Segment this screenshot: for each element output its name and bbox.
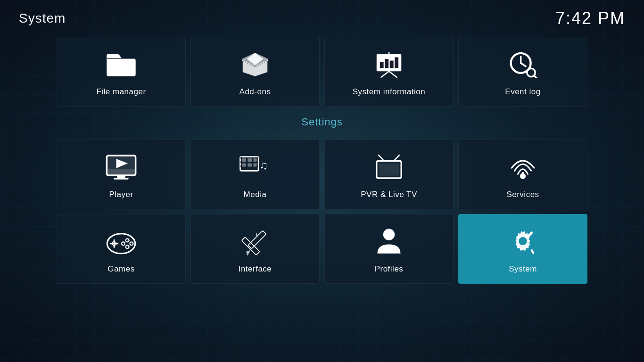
svg-point-54 <box>126 245 129 248</box>
pvr-icon <box>370 150 408 183</box>
svg-marker-47 <box>110 242 113 245</box>
tile-media[interactable]: ♫ Media <box>190 140 320 209</box>
svg-marker-48 <box>116 242 118 245</box>
svg-rect-56 <box>242 237 260 255</box>
tile-services[interactable]: Services <box>458 140 587 209</box>
svg-line-40 <box>379 155 384 161</box>
tile-system-information[interactable]: System information <box>324 37 454 107</box>
tile-pvr-label: PVR & Live TV <box>361 190 417 199</box>
tile-profiles-label: Profiles <box>375 264 404 274</box>
tile-services-label: Services <box>506 190 539 199</box>
svg-line-41 <box>394 155 399 161</box>
tile-media-label: Media <box>244 190 267 199</box>
tile-add-ons[interactable]: Add-ons <box>190 37 320 107</box>
svg-rect-28 <box>254 158 257 162</box>
svg-rect-11 <box>395 58 398 68</box>
svg-line-18 <box>534 75 537 78</box>
tile-games-label: Games <box>107 264 134 274</box>
svg-point-52 <box>126 239 129 242</box>
svg-rect-33 <box>240 161 242 163</box>
games-icon <box>102 225 140 258</box>
settings-row-1: Player <box>57 140 587 209</box>
tile-file-manager[interactable]: File manager <box>57 37 186 107</box>
svg-marker-51 <box>113 245 116 247</box>
tile-event-log[interactable]: Event log <box>458 37 587 107</box>
tile-event-log-label: Event log <box>505 87 540 97</box>
tile-profiles[interactable]: Profiles <box>324 214 454 284</box>
main-content: File manager Add-ons <box>0 37 644 284</box>
svg-rect-21 <box>107 169 135 175</box>
media-icon: ♫ <box>236 150 274 183</box>
svg-rect-31 <box>254 164 257 167</box>
addons-icon <box>236 48 274 81</box>
svg-rect-58 <box>248 230 266 248</box>
svg-rect-9 <box>385 59 388 68</box>
tile-player[interactable]: Player <box>57 140 186 209</box>
player-icon <box>102 150 140 183</box>
settings-section-label: Settings <box>57 116 587 128</box>
tile-system[interactable]: System <box>458 214 587 284</box>
svg-text:♫: ♫ <box>259 159 268 172</box>
sysinfo-icon <box>370 48 408 81</box>
svg-rect-29 <box>242 164 246 167</box>
tile-games[interactable]: Games <box>57 214 186 284</box>
tile-file-manager-label: File manager <box>96 87 146 97</box>
svg-point-60 <box>383 229 395 240</box>
svg-line-6 <box>389 71 397 77</box>
tile-sysinfo-label: System information <box>353 87 426 97</box>
eventlog-icon <box>504 48 542 81</box>
svg-rect-42 <box>379 164 399 176</box>
page-title: System <box>19 11 66 26</box>
svg-point-61 <box>519 237 527 246</box>
svg-rect-26 <box>242 158 246 162</box>
svg-rect-27 <box>248 158 252 162</box>
system-icon <box>504 225 542 258</box>
services-icon <box>504 150 542 183</box>
settings-section: Settings <box>57 116 587 284</box>
svg-point-55 <box>122 242 125 245</box>
tile-interface-label: Interface <box>239 264 272 274</box>
tile-interface[interactable]: Interface <box>190 214 320 284</box>
svg-point-53 <box>130 242 133 245</box>
clock: 7:42 PM <box>555 8 625 28</box>
profiles-icon <box>370 225 408 258</box>
svg-rect-32 <box>240 157 242 159</box>
svg-rect-8 <box>380 62 384 68</box>
svg-line-16 <box>521 63 526 66</box>
svg-line-5 <box>381 71 389 77</box>
svg-rect-10 <box>390 61 394 68</box>
interface-icon <box>236 225 274 258</box>
svg-marker-50 <box>113 240 116 242</box>
tile-system-label: System <box>509 264 537 274</box>
svg-point-44 <box>521 172 524 174</box>
svg-point-12 <box>388 55 391 58</box>
svg-rect-22 <box>117 175 125 178</box>
top-row: File manager Add-ons <box>57 37 587 107</box>
svg-rect-34 <box>240 165 242 167</box>
settings-row-2: Games Interface <box>57 214 587 284</box>
tile-pvr-live-tv[interactable]: PVR & Live TV <box>324 140 454 209</box>
svg-rect-35 <box>257 157 259 159</box>
svg-rect-23 <box>114 178 129 180</box>
tile-player-label: Player <box>109 190 133 199</box>
svg-rect-64 <box>530 249 535 254</box>
svg-rect-30 <box>248 164 252 167</box>
svg-rect-36 <box>257 161 259 163</box>
svg-rect-37 <box>257 165 259 167</box>
folder-icon <box>102 48 140 81</box>
tile-add-ons-label: Add-ons <box>239 87 271 97</box>
